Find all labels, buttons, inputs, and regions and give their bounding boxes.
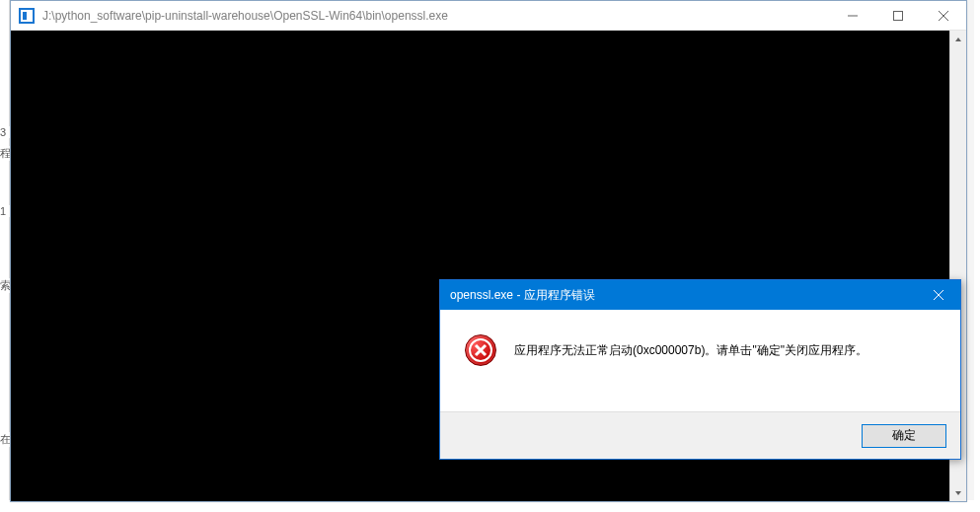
dialog-body: 应用程序无法正常启动(0xc000007b)。请单击"确定"关闭应用程序。: [440, 310, 960, 411]
close-icon: [939, 11, 948, 21]
gutter-fragment: 3: [0, 126, 10, 138]
window-controls: [830, 1, 966, 30]
obscured-background-right: [974, 0, 980, 512]
scroll-down-icon: [954, 489, 962, 497]
maximize-button[interactable]: [875, 1, 921, 30]
maximize-icon: [893, 11, 903, 21]
dialog-footer: 确定: [440, 411, 960, 459]
dialog-titlebar[interactable]: openssl.exe - 应用程序错误: [440, 280, 960, 310]
minimize-icon: [848, 11, 858, 21]
dialog-title: openssl.exe - 应用程序错误: [450, 287, 916, 304]
gutter-fragment: 程: [0, 146, 10, 161]
scroll-down-button[interactable]: [950, 484, 966, 501]
close-button[interactable]: [921, 1, 966, 30]
app-icon: [19, 8, 35, 24]
gutter-fragment: 在: [0, 432, 10, 447]
dialog-close-button[interactable]: [916, 280, 960, 310]
close-icon: [934, 290, 943, 300]
window-title: J:\python_software\pip-uninstall-warehou…: [42, 9, 830, 23]
window-titlebar[interactable]: J:\python_software\pip-uninstall-warehou…: [11, 1, 966, 31]
scroll-up-button[interactable]: [950, 31, 966, 47]
scroll-up-icon: [954, 36, 962, 43]
dialog-message: 应用程序无法正常启动(0xc000007b)。请单击"确定"关闭应用程序。: [514, 334, 867, 359]
error-dialog: openssl.exe - 应用程序错误 应用程序无法正常启动(0xc00000…: [439, 279, 961, 460]
ok-button[interactable]: 确定: [862, 424, 946, 448]
error-icon: [465, 334, 496, 366]
gutter-fragment: 索: [0, 278, 10, 293]
minimize-button[interactable]: [830, 1, 875, 30]
gutter-fragment: 1: [0, 205, 10, 217]
svg-rect-0: [894, 11, 903, 20]
